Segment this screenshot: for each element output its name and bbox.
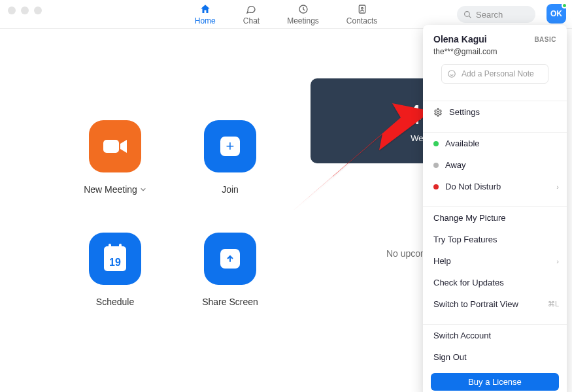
clock-icon <box>297 3 309 15</box>
menu-check-updates-label: Check for Updates <box>433 278 504 287</box>
calendar-day: 19 <box>104 257 126 269</box>
schedule-tile[interactable]: 19 <box>89 233 141 285</box>
join-action[interactable]: + Join <box>173 120 288 195</box>
calendar-icon: 19 <box>104 246 126 271</box>
profile-avatar[interactable]: OK <box>547 4 566 24</box>
menu-change-picture[interactable]: Change My Picture <box>423 207 567 229</box>
schedule-label: Schedule <box>96 297 134 307</box>
menu-settings[interactable]: Settings <box>423 101 567 123</box>
share-tile[interactable] <box>204 233 256 285</box>
profile-name: Olena Kagui <box>433 34 487 44</box>
nav-home[interactable]: Home <box>195 3 216 25</box>
status-dnd[interactable]: Do Not Disturb › <box>423 176 567 197</box>
home-icon <box>199 3 211 15</box>
new-meeting-tile[interactable] <box>89 120 141 172</box>
share-screen-action[interactable]: Share Screen <box>173 233 288 307</box>
status-away-label: Away <box>445 160 466 170</box>
chevron-right-icon: › <box>556 257 559 265</box>
video-icon <box>102 137 128 155</box>
plus-icon: + <box>220 137 240 156</box>
arrow-up-icon <box>220 249 240 269</box>
avatar-initials: OK <box>550 9 562 18</box>
status-available[interactable]: Available <box>423 133 567 154</box>
smiley-icon <box>447 69 456 78</box>
menu-settings-label: Settings <box>449 107 480 117</box>
contacts-icon <box>356 3 368 15</box>
new-meeting-action[interactable]: New Meeting <box>58 120 173 195</box>
status-dot-gray <box>433 163 439 168</box>
nav-contacts[interactable]: Contacts <box>346 3 377 25</box>
menu-check-updates[interactable]: Check for Updates <box>423 272 567 293</box>
presence-indicator <box>562 3 567 8</box>
chevron-right-icon: › <box>556 183 559 191</box>
gear-icon <box>433 108 443 117</box>
menu-portrait-label: Switch to Portrait View <box>433 299 518 309</box>
menu-switch-account[interactable]: Switch Account <box>423 325 567 346</box>
search-icon <box>463 10 472 19</box>
menu-switch-account-label: Switch Account <box>433 331 491 340</box>
search-input[interactable]: Search <box>457 6 535 23</box>
schedule-action[interactable]: 19 Schedule <box>58 233 173 307</box>
svg-point-2 <box>361 7 363 9</box>
join-tile[interactable]: + <box>204 120 256 172</box>
profile-header: Olena Kagui BASIC the***@gmail.com Add a… <box>423 25 567 91</box>
search-placeholder: Search <box>476 10 503 20</box>
svg-point-3 <box>465 11 470 16</box>
chevron-down-icon[interactable] <box>140 186 146 193</box>
menu-change-picture-label: Change My Picture <box>433 213 506 223</box>
status-dot-red <box>433 184 439 189</box>
menu-try-features[interactable]: Try Top Features <box>423 229 567 250</box>
join-label: Join <box>222 184 239 195</box>
shortcut-label: ⌘L <box>548 300 559 308</box>
nav-chat[interactable]: Chat <box>243 3 260 25</box>
profile-email: the***@gmail.com <box>433 47 556 56</box>
svg-rect-4 <box>103 140 119 153</box>
status-away[interactable]: Away <box>423 154 567 176</box>
nav-home-label: Home <box>195 16 216 25</box>
buy-license-label: Buy a License <box>468 377 522 387</box>
status-dnd-label: Do Not Disturb <box>445 182 501 191</box>
menu-try-features-label: Try Top Features <box>433 235 497 244</box>
chat-icon <box>245 3 257 15</box>
svg-point-7 <box>437 111 439 114</box>
note-placeholder: Add a Personal Note <box>462 69 534 78</box>
status-dot-green <box>433 141 439 146</box>
nav-chat-label: Chat <box>243 16 260 25</box>
menu-sign-out[interactable]: Sign Out <box>423 346 567 368</box>
menu-help-label: Help <box>433 256 451 266</box>
profile-dropdown: Olena Kagui BASIC the***@gmail.com Add a… <box>423 25 567 392</box>
nav-meetings[interactable]: Meetings <box>287 3 319 25</box>
svg-point-6 <box>448 71 456 78</box>
menu-help[interactable]: Help › <box>423 250 567 272</box>
share-screen-label: Share Screen <box>202 297 258 307</box>
menu-sign-out-label: Sign Out <box>433 352 467 362</box>
profile-plan: BASIC <box>534 36 556 43</box>
new-meeting-label: New Meeting <box>84 184 137 195</box>
nav-meetings-label: Meetings <box>287 16 319 25</box>
nav-contacts-label: Contacts <box>346 16 377 25</box>
buy-license-button[interactable]: Buy a License <box>431 373 559 391</box>
menu-portrait-view[interactable]: Switch to Portrait View ⌘L <box>423 293 567 315</box>
status-available-label: Available <box>445 139 480 148</box>
personal-note-input[interactable]: Add a Personal Note <box>441 64 548 84</box>
action-grid: New Meeting + Join 19 Schedule Share Scr… <box>0 120 288 307</box>
main-nav: Home Chat Meetings Contacts <box>195 3 377 25</box>
